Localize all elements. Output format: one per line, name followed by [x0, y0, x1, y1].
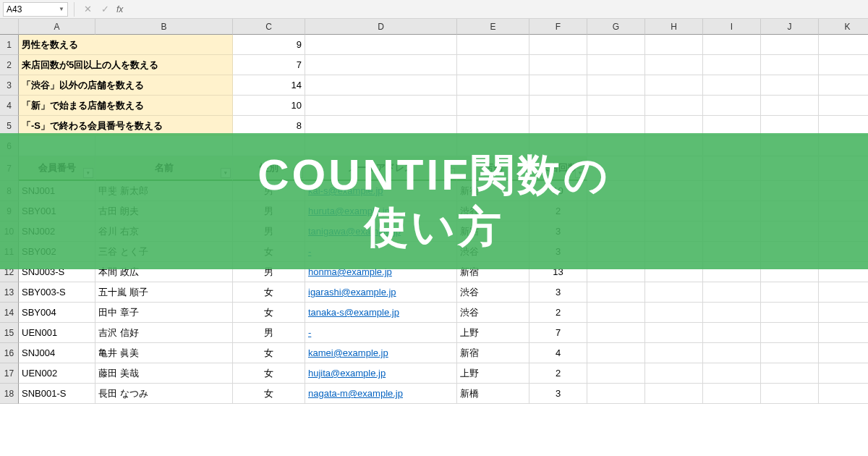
cell[interactable] [529, 75, 587, 96]
cell[interactable] [819, 343, 868, 363]
cell[interactable] [761, 75, 819, 96]
cell[interactable]: 3 [529, 282, 587, 303]
name-box[interactable]: A43 ▼ [3, 2, 68, 17]
cell[interactable] [457, 35, 529, 55]
cell[interactable]: 亀井 眞美 [95, 343, 233, 363]
cell[interactable] [587, 323, 645, 343]
cell[interactable] [645, 384, 703, 404]
cell[interactable] [703, 282, 761, 303]
cell[interactable] [761, 303, 819, 323]
cell[interactable] [645, 282, 703, 303]
cell[interactable] [703, 384, 761, 404]
row-header[interactable]: 2 [0, 55, 19, 75]
cell[interactable] [587, 363, 645, 384]
cell[interactable]: SNB001-S [19, 384, 95, 404]
cell[interactable]: 長田 なつみ [95, 384, 233, 404]
row-header[interactable]: 15 [0, 323, 19, 343]
summary-label[interactable]: 「新」で始まる店舗を数える [19, 96, 233, 116]
summary-label[interactable]: 来店回数が5回以上の人を数える [19, 55, 233, 75]
email-link[interactable]: hujita@example.jp [308, 368, 386, 379]
cell[interactable] [761, 282, 819, 303]
cell[interactable]: tanaka-s@example.jp [305, 303, 457, 323]
cell[interactable] [703, 75, 761, 96]
cell[interactable] [703, 323, 761, 343]
cell[interactable] [645, 343, 703, 363]
cell[interactable]: 4 [529, 343, 587, 363]
cell[interactable] [703, 35, 761, 55]
cell[interactable] [645, 323, 703, 343]
cell[interactable] [645, 35, 703, 55]
cell[interactable]: SNJ004 [19, 343, 95, 363]
row-header[interactable]: 13 [0, 282, 19, 303]
summary-value[interactable]: 7 [233, 55, 305, 75]
cell[interactable] [529, 35, 587, 55]
cell[interactable]: nagata-m@example.jp [305, 384, 457, 404]
cell[interactable] [703, 303, 761, 323]
cell[interactable] [761, 343, 819, 363]
cell[interactable] [587, 303, 645, 323]
email-link[interactable]: - [308, 327, 311, 338]
fx-label[interactable]: fx [116, 4, 123, 14]
cell[interactable]: 男 [233, 323, 305, 343]
cell[interactable]: 女 [233, 282, 305, 303]
cell[interactable] [305, 96, 457, 116]
enter-icon[interactable]: ✓ [98, 2, 112, 17]
cell[interactable] [529, 96, 587, 116]
cell[interactable]: kamei@example.jp [305, 343, 457, 363]
cell[interactable] [457, 55, 529, 75]
cell[interactable] [587, 96, 645, 116]
cell[interactable]: 新橋 [457, 384, 529, 404]
cell[interactable] [761, 363, 819, 384]
cell[interactable] [761, 323, 819, 343]
cell[interactable]: 3 [529, 384, 587, 404]
cell[interactable] [305, 55, 457, 75]
cell[interactable] [819, 363, 868, 384]
cell[interactable]: 渋谷 [457, 282, 529, 303]
email-link[interactable]: kamei@example.jp [308, 347, 388, 358]
email-link[interactable]: tanaka-s@example.jp [308, 307, 399, 318]
cell[interactable] [819, 384, 868, 404]
cell[interactable] [305, 35, 457, 55]
cell[interactable]: 女 [233, 384, 305, 404]
row-header[interactable]: 16 [0, 343, 19, 363]
cell[interactable] [819, 55, 868, 75]
cell[interactable] [819, 303, 868, 323]
cell[interactable] [761, 384, 819, 404]
summary-value[interactable]: 9 [233, 35, 305, 55]
row-header[interactable]: 4 [0, 96, 19, 116]
cell[interactable] [703, 363, 761, 384]
row-header[interactable]: 17 [0, 363, 19, 384]
cell[interactable] [645, 363, 703, 384]
col-header-C[interactable]: C [233, 19, 305, 35]
cell[interactable]: 2 [529, 303, 587, 323]
cell[interactable]: SBY003-S [19, 282, 95, 303]
cell[interactable] [703, 96, 761, 116]
cell[interactable] [819, 75, 868, 96]
email-link[interactable]: nagata-m@example.jp [308, 388, 403, 399]
cell[interactable]: 五十嵐 順子 [95, 282, 233, 303]
email-link[interactable]: igarashi@example.jp [308, 287, 396, 297]
cell[interactable]: 上野 [457, 323, 529, 343]
cell[interactable]: hujita@example.jp [305, 363, 457, 384]
cell[interactable] [457, 75, 529, 96]
col-header-J[interactable]: J [761, 19, 819, 35]
cell[interactable] [819, 35, 868, 55]
summary-label[interactable]: 「渋谷」以外の店舗を数える [19, 75, 233, 96]
col-header-H[interactable]: H [645, 19, 703, 35]
cell[interactable]: SBY004 [19, 303, 95, 323]
cell[interactable] [761, 55, 819, 75]
cell[interactable] [645, 75, 703, 96]
cell[interactable] [587, 75, 645, 96]
col-header-A[interactable]: A [19, 19, 95, 35]
cell[interactable]: 上野 [457, 363, 529, 384]
row-header[interactable]: 18 [0, 384, 19, 404]
cell[interactable]: 藤田 美哉 [95, 363, 233, 384]
cell[interactable]: igarashi@example.jp [305, 282, 457, 303]
summary-value[interactable]: 14 [233, 75, 305, 96]
cell[interactable] [761, 96, 819, 116]
col-header-F[interactable]: F [529, 19, 587, 35]
col-header-I[interactable]: I [703, 19, 761, 35]
cell[interactable] [587, 384, 645, 404]
cell[interactable]: 女 [233, 303, 305, 323]
cell[interactable]: 7 [529, 323, 587, 343]
